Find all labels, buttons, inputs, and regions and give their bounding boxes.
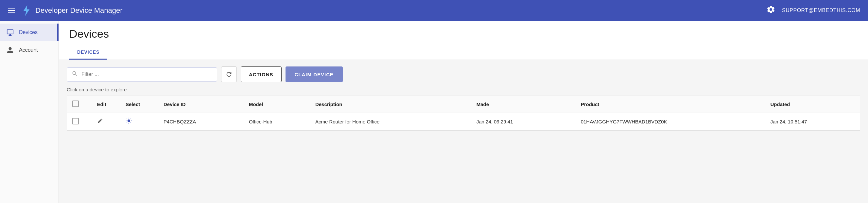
top-nav: Developer Device Manager SUPPORT@EMBEDTH…: [0, 0, 868, 21]
filter-wrapper: [67, 67, 217, 82]
person-icon: [6, 47, 14, 54]
gear-icon[interactable]: [766, 5, 775, 17]
sidebar: Devices Account: [0, 21, 59, 203]
sidebar-label-devices: Devices: [19, 29, 38, 35]
row-description: Acme Router for Home Office: [310, 113, 471, 130]
col-header-product: Product: [576, 96, 765, 113]
table-section: Click on a device to explore Edit Select…: [59, 85, 868, 203]
content-header: Devices DEVICES: [59, 21, 868, 60]
row-checkbox-cell: [67, 113, 92, 130]
sidebar-label-account: Account: [19, 47, 38, 53]
tab-devices[interactable]: DEVICES: [69, 46, 107, 60]
col-header-updated: Updated: [765, 96, 860, 113]
content-area: Devices DEVICES ACTIONS CLAIM D: [59, 21, 868, 203]
app-logo: [22, 5, 31, 16]
row-checkbox[interactable]: [72, 118, 79, 124]
col-header-description: Description: [310, 96, 471, 113]
select-all-checkbox[interactable]: [72, 100, 79, 107]
tabs-row: DEVICES: [69, 46, 858, 60]
table-header-row: Edit Select Device ID Model Description …: [67, 96, 860, 113]
sidebar-item-devices[interactable]: Devices: [0, 24, 59, 41]
col-header-checkbox: [67, 96, 92, 113]
row-product: 01HAVJGGHYG7FWWHBAD1BVDZ0K: [576, 113, 765, 130]
row-edit-cell: [92, 113, 120, 130]
row-made: Jan 24, 09:29:41: [471, 113, 576, 130]
sidebar-item-account[interactable]: Account: [0, 41, 59, 59]
row-updated: Jan 24, 10:51:47: [765, 113, 860, 130]
col-header-edit: Edit: [92, 96, 120, 113]
edit-pencil-icon[interactable]: [97, 118, 103, 125]
col-header-device-id: Device ID: [158, 96, 244, 113]
search-icon: [72, 70, 78, 79]
main-layout: Devices Account Devices DEVICES: [0, 21, 868, 203]
refresh-button[interactable]: [221, 66, 237, 82]
row-select-cell: [120, 113, 158, 130]
svg-marker-0: [24, 5, 30, 16]
col-header-model: Model: [244, 96, 310, 113]
hamburger-menu[interactable]: [8, 8, 15, 13]
select-star-icon[interactable]: [126, 119, 132, 125]
devices-table: Edit Select Device ID Model Description …: [67, 96, 860, 130]
app-title: Developer Device Manager: [35, 6, 766, 15]
row-device-id: P4CHBQZZZA: [158, 113, 244, 130]
table-hint: Click on a device to explore: [67, 85, 860, 92]
claim-device-button[interactable]: CLAIM DEVICE: [285, 66, 343, 82]
row-model: Office-Hub: [244, 113, 310, 130]
col-header-made: Made: [471, 96, 576, 113]
table-row[interactable]: P4CHBQZZZA Office-Hub Acme Router for Ho…: [67, 113, 860, 130]
nav-email: SUPPORT@EMBEDTHIS.COM: [782, 7, 860, 13]
actions-button[interactable]: ACTIONS: [241, 66, 282, 82]
filter-input[interactable]: [82, 71, 212, 77]
page-title: Devices: [69, 28, 858, 40]
svg-point-1: [128, 119, 130, 122]
col-header-select: Select: [120, 96, 158, 113]
monitor-icon: [6, 29, 14, 36]
nav-right: SUPPORT@EMBEDTHIS.COM: [766, 5, 860, 17]
toolbar: ACTIONS CLAIM DEVICE: [59, 60, 868, 85]
